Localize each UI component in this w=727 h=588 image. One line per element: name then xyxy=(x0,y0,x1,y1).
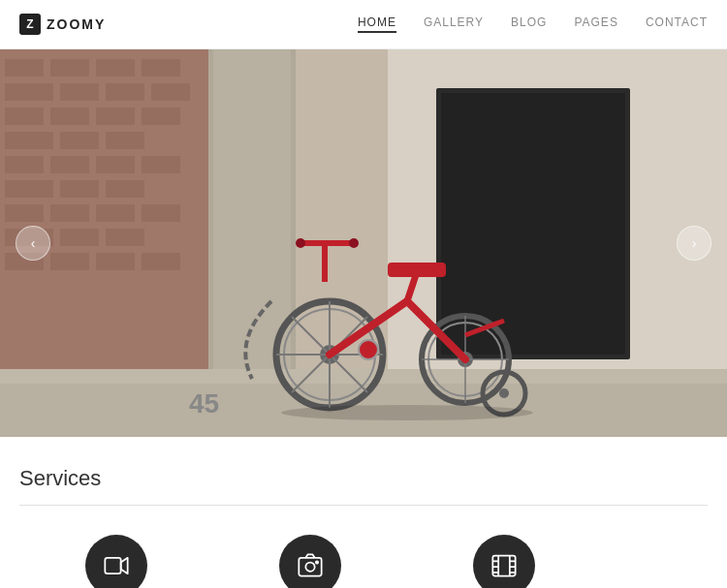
video-icon-circle xyxy=(85,535,147,588)
svg-rect-66 xyxy=(105,558,120,573)
svg-rect-17 xyxy=(5,132,53,149)
nav-pages[interactable]: PAGES xyxy=(574,15,617,33)
svg-point-68 xyxy=(305,563,314,572)
svg-rect-7 xyxy=(96,59,135,77)
svg-rect-8 xyxy=(142,59,180,77)
svg-point-62 xyxy=(499,388,509,398)
video-icon xyxy=(103,552,130,579)
svg-rect-15 xyxy=(96,108,135,125)
svg-point-65 xyxy=(349,238,359,248)
svg-rect-14 xyxy=(50,108,89,125)
service-video: Video xyxy=(19,535,213,588)
slider-prev-button[interactable]: ‹ xyxy=(16,226,50,261)
hero-image: 45 xyxy=(0,49,727,437)
photo-icon-circle xyxy=(279,535,341,588)
svg-point-69 xyxy=(316,561,318,563)
main-nav: HOME GALLERY BLOG PAGES CONTACT xyxy=(358,15,708,33)
svg-rect-22 xyxy=(96,156,135,173)
svg-rect-19 xyxy=(106,132,144,149)
film-icon-circle xyxy=(473,535,535,588)
svg-rect-21 xyxy=(50,156,89,173)
svg-rect-23 xyxy=(142,156,180,173)
svg-point-59 xyxy=(359,340,378,359)
svg-rect-16 xyxy=(142,108,180,125)
services-section: Services Video Photo shootin xyxy=(0,437,727,588)
svg-rect-35 xyxy=(50,253,89,270)
svg-rect-30 xyxy=(142,204,180,222)
nav-home[interactable]: HOME xyxy=(358,15,396,33)
svg-rect-36 xyxy=(96,253,135,270)
photo-icon xyxy=(297,552,324,579)
services-grid: Video Photo shooting xyxy=(19,535,708,588)
logo-text: ZOOMY xyxy=(47,16,106,32)
header: Z ZOOMY HOME GALLERY BLOG PAGES CONTACT xyxy=(0,0,727,49)
svg-rect-13 xyxy=(5,108,44,125)
svg-rect-9 xyxy=(5,83,53,101)
nav-blog[interactable]: BLOG xyxy=(511,15,547,33)
service-photo: Photo shooting xyxy=(213,535,407,588)
nav-gallery[interactable]: GALLERY xyxy=(424,15,484,33)
hero-slider: 45 xyxy=(0,49,727,437)
svg-rect-37 xyxy=(142,253,180,270)
svg-point-63 xyxy=(281,405,533,420)
svg-rect-5 xyxy=(5,59,44,77)
film-icon xyxy=(490,552,518,579)
svg-rect-33 xyxy=(106,229,144,246)
services-title: Services xyxy=(19,466,708,506)
svg-rect-18 xyxy=(60,132,99,149)
svg-rect-24 xyxy=(5,180,53,198)
svg-rect-67 xyxy=(299,558,321,576)
svg-rect-6 xyxy=(50,59,89,77)
svg-rect-12 xyxy=(151,83,190,101)
svg-rect-25 xyxy=(60,180,99,198)
svg-rect-27 xyxy=(5,204,44,222)
svg-rect-28 xyxy=(50,204,89,222)
svg-rect-11 xyxy=(106,83,144,101)
logo: Z ZOOMY xyxy=(19,14,106,35)
svg-rect-32 xyxy=(60,229,99,246)
svg-rect-10 xyxy=(60,83,99,101)
svg-rect-20 xyxy=(5,156,44,173)
svg-text:45: 45 xyxy=(189,388,219,418)
svg-rect-26 xyxy=(106,180,144,198)
svg-point-64 xyxy=(296,238,305,248)
svg-rect-56 xyxy=(388,263,446,277)
svg-rect-29 xyxy=(96,204,135,222)
service-post: Post production xyxy=(407,535,601,588)
logo-icon: Z xyxy=(19,14,41,35)
slider-next-button[interactable]: › xyxy=(677,226,711,261)
nav-contact[interactable]: CONTACT xyxy=(646,15,708,33)
